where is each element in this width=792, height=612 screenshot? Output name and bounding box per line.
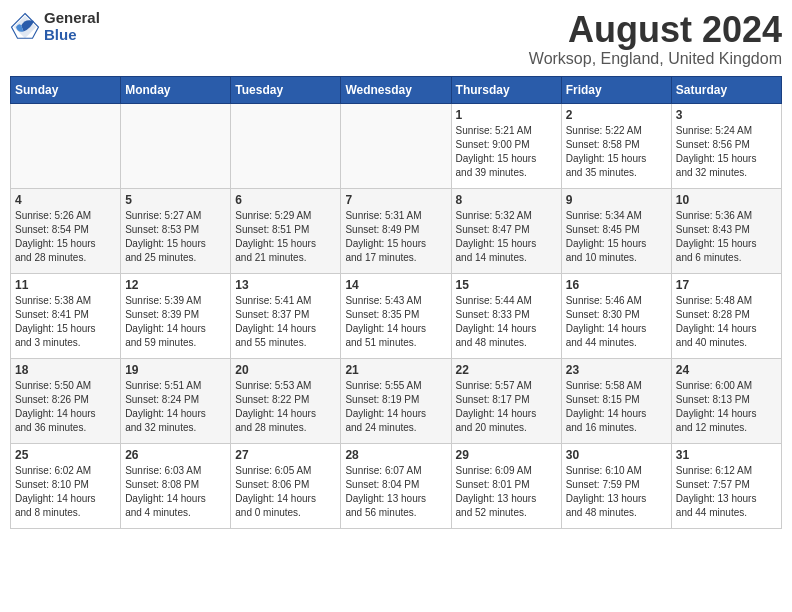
day-number: 21 [345,363,446,377]
day-number: 20 [235,363,336,377]
calendar-cell: 24Sunrise: 6:00 AM Sunset: 8:13 PM Dayli… [671,358,781,443]
page-header: General Blue August 2024 Worksop, Englan… [10,10,782,68]
col-header-friday: Friday [561,76,671,103]
week-row-4: 18Sunrise: 5:50 AM Sunset: 8:26 PM Dayli… [11,358,782,443]
col-header-thursday: Thursday [451,76,561,103]
day-content: Sunrise: 6:02 AM Sunset: 8:10 PM Dayligh… [15,464,116,520]
day-content: Sunrise: 5:36 AM Sunset: 8:43 PM Dayligh… [676,209,777,265]
calendar-cell [231,103,341,188]
day-content: Sunrise: 5:27 AM Sunset: 8:53 PM Dayligh… [125,209,226,265]
day-number: 11 [15,278,116,292]
day-number: 16 [566,278,667,292]
col-header-sunday: Sunday [11,76,121,103]
calendar-cell: 16Sunrise: 5:46 AM Sunset: 8:30 PM Dayli… [561,273,671,358]
calendar-cell: 14Sunrise: 5:43 AM Sunset: 8:35 PM Dayli… [341,273,451,358]
day-number: 4 [15,193,116,207]
calendar-cell: 3Sunrise: 5:24 AM Sunset: 8:56 PM Daylig… [671,103,781,188]
day-number: 18 [15,363,116,377]
week-row-5: 25Sunrise: 6:02 AM Sunset: 8:10 PM Dayli… [11,443,782,528]
calendar-cell [11,103,121,188]
calendar-cell: 12Sunrise: 5:39 AM Sunset: 8:39 PM Dayli… [121,273,231,358]
day-number: 10 [676,193,777,207]
day-number: 9 [566,193,667,207]
day-number: 22 [456,363,557,377]
calendar-cell: 25Sunrise: 6:02 AM Sunset: 8:10 PM Dayli… [11,443,121,528]
logo-text: General Blue [44,10,100,43]
calendar-cell: 13Sunrise: 5:41 AM Sunset: 8:37 PM Dayli… [231,273,341,358]
calendar-cell: 19Sunrise: 5:51 AM Sunset: 8:24 PM Dayli… [121,358,231,443]
calendar-cell: 2Sunrise: 5:22 AM Sunset: 8:58 PM Daylig… [561,103,671,188]
day-content: Sunrise: 5:31 AM Sunset: 8:49 PM Dayligh… [345,209,446,265]
title-block: August 2024 Worksop, England, United Kin… [529,10,782,68]
week-row-2: 4Sunrise: 5:26 AM Sunset: 8:54 PM Daylig… [11,188,782,273]
day-number: 31 [676,448,777,462]
day-number: 8 [456,193,557,207]
calendar-table: SundayMondayTuesdayWednesdayThursdayFrid… [10,76,782,529]
calendar-cell: 5Sunrise: 5:27 AM Sunset: 8:53 PM Daylig… [121,188,231,273]
day-number: 7 [345,193,446,207]
calendar-cell: 27Sunrise: 6:05 AM Sunset: 8:06 PM Dayli… [231,443,341,528]
calendar-cell [341,103,451,188]
day-number: 14 [345,278,446,292]
day-content: Sunrise: 6:05 AM Sunset: 8:06 PM Dayligh… [235,464,336,520]
day-number: 28 [345,448,446,462]
day-content: Sunrise: 5:34 AM Sunset: 8:45 PM Dayligh… [566,209,667,265]
day-number: 13 [235,278,336,292]
day-content: Sunrise: 5:43 AM Sunset: 8:35 PM Dayligh… [345,294,446,350]
calendar-cell: 26Sunrise: 6:03 AM Sunset: 8:08 PM Dayli… [121,443,231,528]
day-content: Sunrise: 6:00 AM Sunset: 8:13 PM Dayligh… [676,379,777,435]
day-content: Sunrise: 5:38 AM Sunset: 8:41 PM Dayligh… [15,294,116,350]
day-content: Sunrise: 5:39 AM Sunset: 8:39 PM Dayligh… [125,294,226,350]
day-content: Sunrise: 5:24 AM Sunset: 8:56 PM Dayligh… [676,124,777,180]
calendar-cell: 11Sunrise: 5:38 AM Sunset: 8:41 PM Dayli… [11,273,121,358]
day-number: 23 [566,363,667,377]
calendar-cell: 8Sunrise: 5:32 AM Sunset: 8:47 PM Daylig… [451,188,561,273]
logo-general-text: General [44,10,100,27]
day-content: Sunrise: 5:51 AM Sunset: 8:24 PM Dayligh… [125,379,226,435]
day-number: 15 [456,278,557,292]
calendar-cell: 1Sunrise: 5:21 AM Sunset: 9:00 PM Daylig… [451,103,561,188]
calendar-cell: 29Sunrise: 6:09 AM Sunset: 8:01 PM Dayli… [451,443,561,528]
logo: General Blue [10,10,100,43]
calendar-cell: 4Sunrise: 5:26 AM Sunset: 8:54 PM Daylig… [11,188,121,273]
calendar-cell [121,103,231,188]
day-number: 26 [125,448,226,462]
calendar-cell: 10Sunrise: 5:36 AM Sunset: 8:43 PM Dayli… [671,188,781,273]
day-number: 2 [566,108,667,122]
day-content: Sunrise: 5:57 AM Sunset: 8:17 PM Dayligh… [456,379,557,435]
day-content: Sunrise: 6:03 AM Sunset: 8:08 PM Dayligh… [125,464,226,520]
day-content: Sunrise: 6:10 AM Sunset: 7:59 PM Dayligh… [566,464,667,520]
day-number: 17 [676,278,777,292]
day-content: Sunrise: 5:53 AM Sunset: 8:22 PM Dayligh… [235,379,336,435]
day-number: 6 [235,193,336,207]
day-number: 24 [676,363,777,377]
calendar-cell: 17Sunrise: 5:48 AM Sunset: 8:28 PM Dayli… [671,273,781,358]
day-content: Sunrise: 5:46 AM Sunset: 8:30 PM Dayligh… [566,294,667,350]
day-content: Sunrise: 6:09 AM Sunset: 8:01 PM Dayligh… [456,464,557,520]
day-number: 3 [676,108,777,122]
calendar-cell: 9Sunrise: 5:34 AM Sunset: 8:45 PM Daylig… [561,188,671,273]
day-content: Sunrise: 5:48 AM Sunset: 8:28 PM Dayligh… [676,294,777,350]
week-row-1: 1Sunrise: 5:21 AM Sunset: 9:00 PM Daylig… [11,103,782,188]
calendar-cell: 7Sunrise: 5:31 AM Sunset: 8:49 PM Daylig… [341,188,451,273]
day-content: Sunrise: 5:32 AM Sunset: 8:47 PM Dayligh… [456,209,557,265]
logo-blue-text: Blue [44,27,100,44]
day-content: Sunrise: 5:55 AM Sunset: 8:19 PM Dayligh… [345,379,446,435]
day-number: 5 [125,193,226,207]
day-number: 1 [456,108,557,122]
day-number: 30 [566,448,667,462]
day-number: 27 [235,448,336,462]
calendar-cell: 20Sunrise: 5:53 AM Sunset: 8:22 PM Dayli… [231,358,341,443]
day-content: Sunrise: 5:26 AM Sunset: 8:54 PM Dayligh… [15,209,116,265]
day-content: Sunrise: 5:50 AM Sunset: 8:26 PM Dayligh… [15,379,116,435]
col-header-tuesday: Tuesday [231,76,341,103]
day-number: 29 [456,448,557,462]
calendar-cell: 18Sunrise: 5:50 AM Sunset: 8:26 PM Dayli… [11,358,121,443]
day-number: 12 [125,278,226,292]
col-header-saturday: Saturday [671,76,781,103]
calendar-cell: 22Sunrise: 5:57 AM Sunset: 8:17 PM Dayli… [451,358,561,443]
calendar-cell: 31Sunrise: 6:12 AM Sunset: 7:57 PM Dayli… [671,443,781,528]
col-header-monday: Monday [121,76,231,103]
calendar-cell: 21Sunrise: 5:55 AM Sunset: 8:19 PM Dayli… [341,358,451,443]
col-header-wednesday: Wednesday [341,76,451,103]
